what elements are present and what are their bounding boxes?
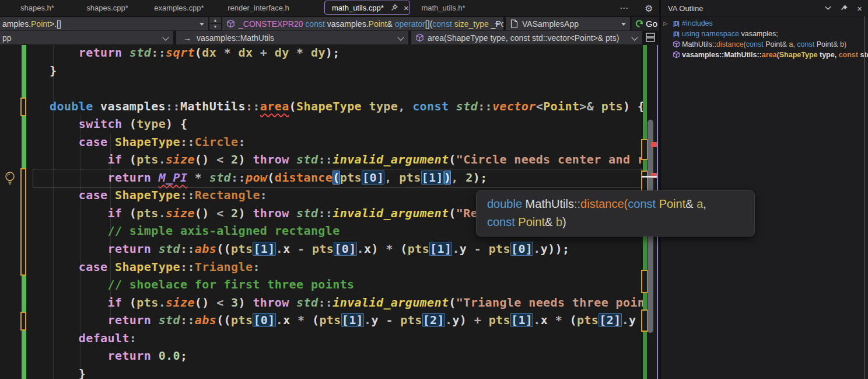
chevron-down-icon[interactable] bbox=[825, 6, 831, 11]
ruler-change-mark bbox=[643, 332, 647, 379]
panel-title: VA Outline bbox=[668, 4, 703, 13]
code-line[interactable]: return std::abs((pts[0].x * (pts[1].y - … bbox=[0, 311, 644, 329]
ide-window: shapes.h*shapes.cpp*examples.cpp*render_… bbox=[0, 0, 868, 379]
code-line[interactable]: case ShapeType::Triangle: bbox=[0, 258, 644, 276]
va-outline-panel: VA Outline × ▷|D|#includes|D|using names… bbox=[661, 0, 868, 379]
code-line[interactable]: // shoelace for first three points bbox=[0, 276, 644, 294]
definition-combo[interactable]: _CONSTEXPR20 const vasamples.Point& oper… bbox=[222, 17, 503, 30]
file-combo-text: pp bbox=[2, 33, 12, 43]
outline-item[interactable]: vasamples::MathUtils::area(ShapeType typ… bbox=[661, 50, 868, 60]
tab-shapes-h-[interactable]: shapes.h* bbox=[5, 0, 70, 16]
code-line[interactable]: return std::sqrt(dx * dx + dy * dy); bbox=[0, 45, 644, 62]
tab-render-interface-h[interactable]: render_interface.h bbox=[217, 0, 300, 16]
file-combo[interactable]: pp bbox=[0, 31, 173, 44]
code-line[interactable]: } bbox=[0, 62, 644, 80]
change-marker-saved bbox=[22, 331, 26, 379]
region-icon: |D| bbox=[670, 29, 682, 40]
method-cube-icon bbox=[226, 19, 235, 28]
project-combo[interactable]: VASamplesApp bbox=[506, 17, 630, 30]
pin-icon[interactable] bbox=[391, 4, 398, 12]
code-line[interactable]: if (pts.size() < 3) throw std::invalid_a… bbox=[0, 294, 644, 312]
tab-label: shapes.cpp* bbox=[86, 4, 128, 12]
region-icon: |D| bbox=[670, 18, 682, 29]
change-marker-saved bbox=[22, 276, 26, 312]
member-combo-text: area(ShapeType type, const std::vector<P… bbox=[428, 33, 619, 43]
outline-item[interactable]: ▷|D|#includes bbox=[661, 18, 868, 29]
tab-overflow-button[interactable]: ⋯ bbox=[620, 0, 628, 16]
tab-label: examples.cpp* bbox=[154, 4, 204, 12]
current-line-highlight bbox=[33, 169, 642, 187]
tab-math-utils-h-[interactable]: math_utils.h* bbox=[412, 0, 475, 16]
spinner-up-button[interactable]: ▲ bbox=[209, 17, 221, 23]
close-icon[interactable]: × bbox=[404, 4, 409, 12]
outline-item-text: #includes bbox=[682, 18, 713, 29]
chevron-down-icon bbox=[397, 34, 404, 40]
gear-icon: ⚙ bbox=[645, 3, 653, 14]
member-combo[interactable]: area(ShapeType type, const std::vector<P… bbox=[411, 31, 642, 44]
spinner-down-button[interactable]: ▼ bbox=[209, 24, 221, 30]
code-line[interactable]: default: bbox=[0, 329, 644, 347]
tooltip-line: double MathUtils::distance(const Point& … bbox=[487, 195, 754, 213]
split-editor-button[interactable] bbox=[645, 32, 656, 43]
close-icon[interactable]: × bbox=[857, 4, 862, 13]
go-label: Go bbox=[646, 19, 657, 29]
dropdown-caret-icon bbox=[495, 23, 499, 26]
project-name: VASamplesApp bbox=[522, 19, 579, 29]
dropdown-caret-icon bbox=[621, 23, 626, 26]
panel-scrollbar[interactable] bbox=[864, 16, 865, 379]
va-context-bar: amples.Point>.[] ▲ ▼ _CONSTEXPR20 const … bbox=[0, 17, 659, 30]
signature-tooltip: double MathUtils::distance(const Point& … bbox=[476, 190, 755, 237]
outline-item[interactable]: |D|using namespace vasamples; bbox=[661, 29, 868, 39]
code-line[interactable]: case ShapeType::Circle: bbox=[0, 133, 644, 151]
change-marker-unsaved bbox=[20, 168, 26, 276]
va-navigation-bar: pp → vasamples::MathUtils area(ShapeType… bbox=[0, 31, 659, 44]
chevron-down-icon bbox=[162, 34, 169, 40]
change-marker-unsaved bbox=[20, 98, 26, 116]
code-line[interactable]: } bbox=[0, 365, 644, 379]
tab-math-utils-cpp-[interactable]: math_utils.cpp* × bbox=[324, 1, 410, 15]
lightbulb-icon[interactable] bbox=[4, 171, 16, 185]
tab-label: shapes.h* bbox=[20, 4, 54, 12]
tab-label: math_utils.cpp* bbox=[332, 4, 384, 12]
scope-combo-text: vasamples::MathUtils bbox=[197, 33, 274, 43]
go-button[interactable]: Go bbox=[632, 17, 661, 30]
cursor-position-mark bbox=[642, 176, 657, 178]
outline-tree: ▷|D|#includes|D|using namespace vasample… bbox=[661, 18, 868, 60]
pin-icon[interactable] bbox=[841, 5, 848, 12]
editor-tab-bar: shapes.h*shapes.cpp*examples.cpp*render_… bbox=[0, 0, 659, 17]
method-cube-icon bbox=[670, 39, 682, 50]
arrow-right-icon: → bbox=[183, 33, 191, 43]
outline-item-text: vasamples::MathUtils::area(ShapeType typ… bbox=[682, 50, 868, 60]
dropdown-caret-icon bbox=[200, 23, 204, 26]
ruler-change-mark bbox=[643, 160, 647, 171]
change-marker-saved bbox=[22, 116, 26, 168]
tooltip-line: const Point& b) bbox=[487, 213, 754, 231]
ruler-change-mark bbox=[643, 293, 647, 310]
code-line[interactable]: return std::abs((pts[1].x - pts[0].x) * … bbox=[0, 240, 644, 258]
method-cube-icon bbox=[670, 50, 682, 60]
tab-label: math_utils.h* bbox=[421, 4, 465, 12]
scope-combo[interactable]: → vasamples::MathUtils bbox=[176, 31, 408, 44]
code-line[interactable]: double vasamples::MathUtils::area(ShapeT… bbox=[0, 98, 644, 116]
error-mark bbox=[651, 142, 657, 147]
code-line[interactable]: return 0.0; bbox=[0, 347, 644, 365]
file-icon bbox=[510, 19, 518, 28]
code-line[interactable]: switch (type) { bbox=[0, 115, 644, 133]
editor-settings-button[interactable]: ⚙ bbox=[645, 0, 653, 16]
context-field-combo[interactable]: amples.Point>.[] bbox=[0, 17, 208, 30]
outline-item-text: using namespace vasamples; bbox=[682, 29, 778, 39]
ruler-change-mark bbox=[643, 45, 647, 139]
chevron-down-icon bbox=[631, 34, 638, 40]
method-cube-icon bbox=[415, 33, 424, 42]
tab-shapes-cpp-[interactable]: shapes.cpp* bbox=[75, 0, 140, 16]
va-outline-header: VA Outline × bbox=[661, 0, 868, 17]
outline-item-text: MathUtils::distance(const Point& a, cons… bbox=[682, 39, 846, 50]
outline-item[interactable]: MathUtils::distance(const Point& a, cons… bbox=[661, 39, 868, 50]
expand-arrow-icon[interactable]: ▷ bbox=[661, 18, 670, 29]
code-line[interactable]: if (pts.size() < 2) throw std::invalid_a… bbox=[0, 151, 644, 169]
code-line[interactable] bbox=[0, 79, 644, 98]
definition-text: _CONSTEXPR20 const vasamples.Point& oper… bbox=[239, 19, 503, 29]
change-marker-saved bbox=[22, 45, 26, 98]
tab-examples-cpp-[interactable]: examples.cpp* bbox=[145, 0, 214, 16]
go-arrow-icon bbox=[635, 19, 644, 29]
